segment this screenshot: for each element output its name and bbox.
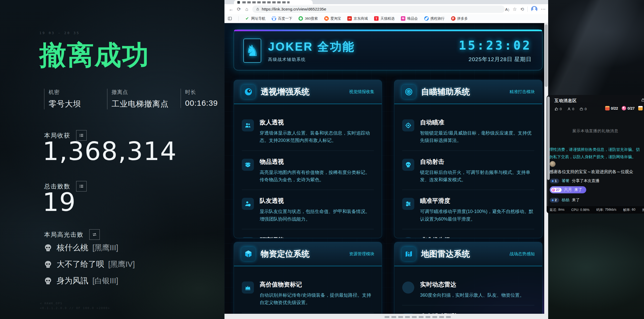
crosshair-icon — [402, 119, 414, 131]
bookmark-item[interactable]: 唯品会 — [401, 16, 418, 21]
swap-icon[interactable] — [89, 229, 100, 240]
stat-label: 机密 — [49, 89, 81, 96]
fan-level-chip: 27 — [551, 188, 562, 192]
sidebar-toggle-icon[interactable] — [228, 16, 232, 21]
chat-username: 饕餮 — [562, 178, 569, 183]
bookmark-label: 360搜索 — [305, 16, 318, 21]
stat-label: 撤离点 — [112, 89, 169, 96]
card-aimbot-system: 自瞄辅助系统 精准打击模块 自动瞄准 智能锁定最近/最具威胁目标，毫秒级反应速度… — [394, 80, 542, 238]
panel-title: 互动消息区 — [554, 98, 577, 104]
lock-icon[interactable] — [641, 98, 644, 102]
feature-desc: 穿透墙体显示敌人位置、装备和状态信息，实时追踪动态。支持200米范围内所有敌人标… — [260, 129, 374, 144]
list-icon[interactable] — [76, 181, 87, 192]
cube-icon — [241, 247, 255, 261]
bullseye-icon — [402, 85, 416, 99]
beer-icon — [638, 106, 643, 110]
bookmark-item[interactable]: 携程旅行 — [424, 16, 445, 21]
pdd-favicon — [451, 16, 455, 21]
browser-tab-strip — [224, 0, 548, 4]
circle-placeholder-icon — [402, 237, 414, 238]
bookmark-item[interactable]: 拼多多 — [451, 16, 468, 21]
feature-title: 瞄准优先级 — [420, 236, 534, 238]
crown-icon — [242, 281, 254, 294]
badge-level: 27 — [556, 188, 559, 192]
feature-aim-smoothness: 瞄准平滑度 可调节瞄准移动平滑度(10-100%)，避免不自然移动。默认设置为6… — [402, 190, 534, 229]
card-tag: 精准打击模块 — [510, 89, 535, 95]
back-icon[interactable]: ← — [227, 5, 235, 13]
map-icon — [402, 247, 416, 261]
vip-favicon — [401, 16, 405, 21]
feature-realtime-radar: 实时动态雷达 360度全向扫描，实时显示敌人、队友、物资位置。 — [402, 274, 534, 305]
red-envelope-counter: 0/22 — [605, 106, 618, 110]
lollipop-counter: 0/27 — [622, 106, 635, 110]
panel-scrollbar-thumb[interactable] — [547, 97, 550, 180]
viewer-icon — [567, 107, 571, 111]
lock-icon — [256, 7, 259, 11]
feature-desc: 显示队友位置与状态，包括生命值、护甲和装备情况。增强团队协同作战能力。 — [260, 208, 374, 223]
feature-desc: 自动识别并标记传奇/史诗级装备，提供最短路径。支持自定义物资优先级设置。 — [260, 291, 374, 306]
gem-icon — [552, 188, 555, 192]
address-bar[interactable]: https://link.3ceng.cn/view/d652235e — [252, 6, 505, 13]
users-icon — [242, 119, 254, 131]
tmall-favicon — [374, 16, 379, 21]
feature-title: 距离调节 — [260, 236, 374, 238]
card-loot-system: 物资定位系统 资源管理模块 高价值物资标记 自动识别并标记传奇/史诗级装备，提供… — [234, 242, 382, 319]
tab-title-smudge — [242, 1, 290, 3]
kill-name: 身为风訊 — [57, 275, 88, 286]
page-subtitle: 高级战术辅助系统 — [268, 57, 355, 62]
stat-label: 时长 — [185, 89, 218, 96]
bookmark-label: 携程旅行 — [431, 16, 445, 21]
favorite-star-icon[interactable]: ☆ — [513, 6, 517, 12]
bookmark-item[interactable]: 爱淘宝 — [324, 16, 341, 21]
badge-level: 1 — [555, 179, 557, 183]
browser-tab[interactable] — [234, 0, 313, 4]
read-aloud-icon[interactable]: A — [505, 7, 509, 12]
bookmark-label: 拼多多 — [457, 16, 468, 21]
cpu-stat: CPU:0.98% — [571, 208, 589, 212]
bookmarks-bar: 网址导航 百度一下 360搜索 爱淘宝 京东商城 天猫精选 唯品会 携程旅行 拼… — [224, 14, 548, 23]
counter-value: 0 — [585, 107, 587, 111]
counter-value: 0 — [572, 107, 574, 111]
bookmark-item[interactable]: 百度一下 — [272, 16, 292, 21]
card-title: 透视增强系统 — [261, 86, 344, 97]
bookmark-item[interactable]: 京东商城 — [347, 16, 368, 21]
kills-value: 19 — [43, 189, 76, 215]
greeting-message: 感谢各位支持的宝宝～欢迎进房的各～位观众 — [549, 169, 633, 175]
user-shield-icon — [242, 198, 254, 210]
card-title: 物资定位系统 — [261, 248, 344, 259]
red-envelope-icon — [605, 106, 610, 110]
ellipsis-icon[interactable]: ⋯ — [541, 6, 546, 12]
streamer-avatar[interactable] — [550, 161, 556, 167]
bookmark-item[interactable]: 360搜索 — [299, 16, 318, 21]
bookmark-item[interactable]: 天猫精选 — [374, 16, 395, 21]
bitrate-stat: 码率:756kb/s — [596, 208, 616, 212]
kill-rank: [黑鹰IV] — [108, 259, 135, 270]
browser-window: ← ⟳ ⌂ https://link.3ceng.cn/view/d652235… — [224, 0, 548, 319]
baidu-favicon — [272, 16, 276, 21]
hud-faint-code: <0.1.1.2.0.0 // 0F 100.0 +2000> — [40, 306, 110, 310]
feature-desc: 智能锁定最近/最具威胁目标，毫秒级反应速度。支持优先级目标选择算法。 — [420, 129, 534, 144]
feature-enemy-esp: 敌人透视 穿透墙体显示敌人位置、装备和状态信息，实时追踪动态。支持200米范围内… — [242, 111, 374, 151]
kill-row: 核什么桃 [黑鹰III] — [44, 242, 118, 253]
scrollbar-thumb[interactable] — [545, 24, 548, 87]
diamond-icon: ◆ — [552, 198, 554, 202]
home-icon[interactable]: ⌂ — [243, 5, 251, 13]
profile-avatar[interactable] — [531, 6, 537, 12]
screenshot-stage: 19 03 - 20 35 撤离成功 机密 零号大坝 撤离点 工业电梯撤离点 时… — [0, 0, 644, 319]
latency-stat: 延迟:8ms — [550, 208, 564, 212]
likes-counter: 0 — [554, 107, 562, 111]
feature-title: 高价值物资标记 — [260, 280, 374, 289]
feature-aim-priority: 瞄准优先级 支持头部/胸部/身体优先级选择，最大化伤害输出。默认设置为头部优先模… — [402, 229, 534, 238]
refresh-circle-icon[interactable]: ⟲ — [520, 7, 524, 12]
stream-fps-stat: 推流帧率:6 — [642, 208, 644, 212]
bookmark-item[interactable]: 网址导航 — [245, 16, 265, 21]
kill-row: 身为风訊 [白银III] — [44, 275, 118, 286]
feature-desc: 可调节瞄准移动平滑度(10-100%)，避免不自然移动。默认设置为60%最佳平滑… — [420, 208, 534, 223]
chat-message: ◆1 饕餮 分享了本次直播 — [550, 178, 599, 183]
feature-title: 敌人透视 — [260, 118, 374, 126]
bookmark-label: 天猫精选 — [380, 16, 395, 21]
circle-placeholder-icon — [402, 281, 414, 294]
gift-progress-counters: 0/22 0/27 0/ — [605, 106, 644, 110]
feature-title: 物品透视 — [260, 158, 374, 166]
refresh-icon[interactable]: ⟳ — [235, 5, 243, 13]
